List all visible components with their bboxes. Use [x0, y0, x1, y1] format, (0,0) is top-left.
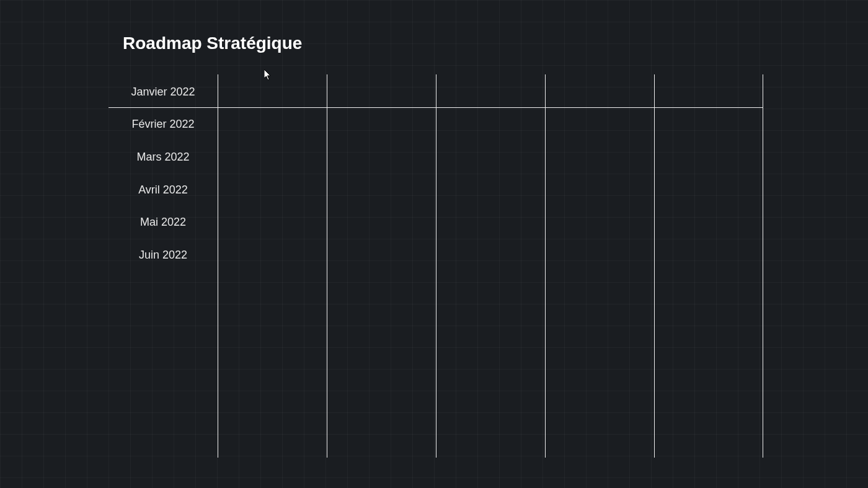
- roadmap-table[interactable]: Janvier 2022 Février 2022 Mars 2022 Avri…: [108, 74, 763, 458]
- col-divider: [654, 74, 655, 458]
- row-header[interactable]: Février 2022: [108, 118, 218, 131]
- row-divider: [108, 107, 763, 108]
- col-divider: [545, 74, 546, 458]
- row-header[interactable]: Mai 2022: [108, 216, 218, 229]
- col-divider: [218, 74, 218, 458]
- row-header[interactable]: Janvier 2022: [108, 86, 218, 99]
- col-divider: [763, 74, 763, 458]
- page-title[interactable]: Roadmap Stratégique: [123, 33, 302, 53]
- roadmap-canvas[interactable]: Roadmap Stratégique Janvier 2022 Février…: [0, 0, 868, 488]
- row-header[interactable]: Avril 2022: [108, 184, 218, 197]
- row-header[interactable]: Juin 2022: [108, 249, 218, 262]
- col-divider: [327, 74, 327, 458]
- row-header[interactable]: Mars 2022: [108, 151, 218, 164]
- col-divider: [436, 74, 436, 458]
